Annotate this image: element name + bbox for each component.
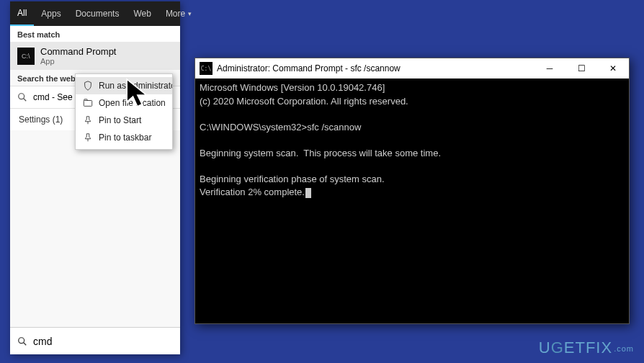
command-prompt-icon: C:\ [17,48,35,65]
svg-text:C:\: C:\ [22,53,30,60]
svg-point-4 [19,337,24,343]
context-menu: Run as administrator Open file location … [75,73,173,150]
chevron-down-icon: ▾ [188,10,192,17]
tab-more[interactable]: More▾ [158,1,199,26]
ctx-label: Pin to Start [99,115,141,125]
result-subtitle: App [40,57,116,66]
best-match-label: Best match [10,26,180,42]
search-filter-tabs: All Apps Documents Web More▾ [10,1,180,26]
search-icon [17,336,27,346]
command-prompt-window: C:\ Administrator: Command Prompt - sfc … [194,58,630,324]
svg-rect-6 [84,101,91,107]
svg-line-3 [24,99,27,102]
panel-empty-area [10,130,180,327]
result-title: Command Prompt [40,46,116,57]
watermark-logo: UGETFIX.com [539,339,634,357]
ctx-pin-to-taskbar[interactable]: Pin to taskbar [76,129,172,146]
search-box[interactable] [10,327,180,354]
ctx-open-file-location[interactable]: Open file location [76,94,172,112]
ctx-label: Pin to taskbar [99,133,151,143]
maximize-button[interactable]: ☐ [565,58,597,79]
result-text: Command Prompt App [40,46,116,66]
best-match-result[interactable]: C:\ Command Prompt App [10,42,180,70]
tab-web[interactable]: Web [126,1,158,26]
start-search-panel: All Apps Documents Web More▾ Best match … [10,1,180,354]
terminal-output[interactable]: Microsoft Windows [Version 10.0.19042.74… [195,79,629,202]
shield-admin-icon [83,81,93,91]
mouse-cursor-icon [125,78,156,114]
svg-line-5 [24,342,27,345]
svg-point-2 [19,94,24,99]
search-icon [17,92,27,102]
folder-icon [83,98,93,108]
window-buttons: ─ ☐ ✕ [534,58,629,79]
search-input[interactable] [33,336,173,347]
text-cursor [305,188,311,198]
tab-apps[interactable]: Apps [34,1,68,26]
close-button[interactable]: ✕ [597,58,629,79]
tab-all[interactable]: All [10,1,34,26]
minimize-button[interactable]: ─ [534,58,565,79]
pin-icon [83,133,93,143]
pin-icon [83,115,93,125]
ctx-run-as-administrator[interactable]: Run as administrator [76,77,172,94]
window-title: Administrator: Command Prompt - sfc /sca… [217,63,534,73]
ctx-pin-to-start[interactable]: Pin to Start [76,112,172,129]
titlebar[interactable]: C:\ Administrator: Command Prompt - sfc … [195,58,629,79]
tab-documents[interactable]: Documents [68,1,127,26]
command-prompt-icon: C:\ [200,62,213,75]
